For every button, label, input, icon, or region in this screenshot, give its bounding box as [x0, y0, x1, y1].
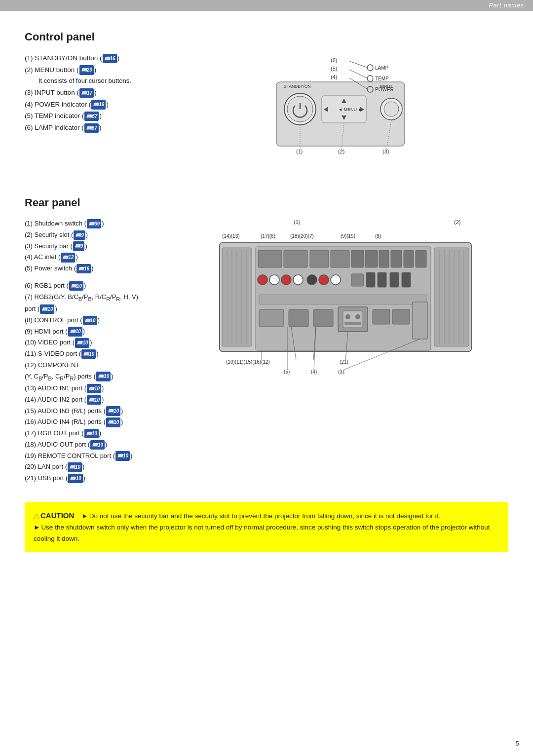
svg-rect-76: [259, 309, 284, 327]
list-item-indent: port (📖10): [25, 303, 212, 315]
ref-icon: 📖10: [90, 440, 105, 450]
ref-icon: 📖10: [87, 384, 101, 394]
svg-rect-57: [351, 250, 364, 267]
svg-rect-74: [402, 272, 411, 287]
svg-point-64: [269, 275, 279, 285]
svg-point-82: [355, 314, 360, 319]
svg-text:INPUT: INPUT: [380, 84, 393, 89]
list-item: (21) USB port (📖10): [25, 473, 212, 484]
svg-rect-75: [259, 295, 427, 304]
ref-icon: 📖16: [91, 100, 106, 110]
list-item: (5) TEMP indicator (📖67): [25, 110, 207, 122]
ref-icon: 📖10: [83, 316, 97, 326]
svg-line-8: [349, 70, 368, 78]
list-item: (9) HDMI port (📖10): [25, 326, 212, 338]
ref-icon: 📖10: [68, 474, 82, 484]
svg-text:(21): (21): [340, 359, 348, 365]
svg-point-68: [319, 275, 329, 285]
control-panel-diagram: LAMP TEMP POWER (6): [212, 52, 508, 181]
list-item: (3) Security bar (📖9): [25, 241, 212, 252]
svg-text:(3): (3): [382, 149, 389, 154]
control-panel-list: (1) STANDBY/ON button (📖16) (2) MENU but…: [25, 52, 207, 181]
svg-rect-73: [390, 272, 399, 287]
svg-point-2: [367, 65, 373, 71]
svg-text:(17)(6): (17)(6): [261, 233, 275, 239]
rear-panel-svg: (1) (2) (14)(13) (17)(6) (18)(20)(7) (9)…: [217, 218, 479, 386]
svg-rect-85: [392, 309, 410, 324]
svg-rect-83: [344, 322, 361, 325]
svg-rect-58: [365, 250, 378, 267]
page-header: Part names: [0, 0, 533, 11]
ref-icon: 📖10: [75, 338, 89, 348]
svg-point-65: [281, 275, 291, 285]
svg-rect-70: [351, 274, 364, 286]
list-item: (15) AUDIO IN3 (R/L) ports (📖10): [25, 406, 212, 417]
ref-icon: 📖67: [84, 123, 99, 133]
svg-line-7: [349, 61, 368, 68]
rear-panel-title: Rear panel: [25, 196, 508, 209]
rear-panel-diagram: (1) (2) (14)(13) (17)(6) (18)(20)(7) (9)…: [217, 218, 508, 484]
svg-rect-84: [373, 309, 390, 324]
ref-icon: 📖10: [68, 462, 82, 472]
list-item: (4) AC inlet (📖12): [25, 252, 212, 263]
svg-rect-45: [434, 248, 469, 346]
list-item: (17) RGB OUT port (📖10): [25, 428, 212, 439]
bullet-arrow-2: ►: [34, 524, 40, 531]
svg-rect-72: [378, 272, 386, 287]
svg-rect-78: [313, 309, 333, 327]
control-panel-svg: LAMP TEMP POWER (6): [212, 52, 419, 166]
caution-line2: Use the shutdown switch only when the pr…: [34, 524, 490, 542]
warning-icon: △: [34, 511, 39, 520]
svg-text:(1): (1): [296, 149, 303, 154]
list-item: (3) INPUT button (📖17): [25, 87, 207, 99]
svg-text:(5): (5): [331, 66, 337, 72]
svg-point-69: [331, 275, 341, 285]
ref-icon: 📖17: [79, 88, 94, 98]
ref-icon: 📖9: [73, 241, 85, 251]
list-item: (7) RGB2(G/Y, B/CB/PB, R/CR/PR, H, V): [25, 292, 212, 304]
ref-icon: 📖10: [106, 406, 120, 416]
svg-rect-61: [404, 250, 414, 267]
svg-text:(9)(19): (9)(19): [341, 233, 355, 239]
svg-rect-77: [289, 309, 308, 327]
svg-text:(10)(11)(15)(16)(12): (10)(11)(15)(16)(12): [226, 359, 270, 365]
svg-text:STANDBY/ON: STANDBY/ON: [284, 84, 311, 89]
list-item: (14) AUDIO IN2 port (📖10): [25, 394, 212, 406]
svg-rect-71: [366, 272, 375, 287]
ref-icon: 📖67: [84, 112, 99, 121]
bullet-arrow-1: ►: [81, 512, 88, 520]
ref-icon: 📖10: [69, 281, 83, 291]
ref-icon: 📖23: [79, 65, 94, 75]
ref-icon: 📖10: [96, 372, 111, 381]
ref-icon: 📖12: [61, 253, 75, 263]
list-item: (1) Shutdown switch (📖69): [25, 218, 212, 229]
ref-icon: 📖16: [76, 264, 91, 274]
list-item: (8) CONTROL port (📖10): [25, 315, 212, 326]
rear-panel-list: (1) Shutdown switch (📖69) (2) Security s…: [25, 218, 212, 484]
list-item: (1) STANDBY/ON button (📖16): [25, 52, 207, 64]
list-item-indent: It consists of four cursor buttons.: [25, 76, 207, 87]
ref-icon: 📖16: [103, 54, 117, 64]
rear-panel-section: Rear panel (1) Shutdown switch (📖69) (2)…: [25, 196, 508, 484]
list-item: (11) S-VIDEO port (📖10): [25, 348, 212, 360]
list-item: (20) LAN port (📖10): [25, 461, 212, 473]
ref-icon: 📖10: [68, 327, 82, 337]
list-item: (13) AUDIO IN1 port (📖10): [25, 383, 212, 394]
svg-text:(4): (4): [331, 74, 337, 80]
list-item: (4) POWER indicator (📖16): [25, 99, 207, 111]
list-item: (2) Security slot (📖9): [25, 229, 212, 241]
ref-icon: 📖10: [84, 429, 99, 439]
svg-text:(18)(20)(7): (18)(20)(7): [290, 233, 314, 239]
svg-rect-62: [416, 250, 426, 267]
ref-icon: 📖10: [81, 349, 96, 359]
page-number: 5: [516, 740, 519, 747]
list-item: (16) AUDIO IN4 (R/L) ports (📖10): [25, 416, 212, 428]
svg-text:(5): (5): [284, 369, 290, 375]
svg-rect-54: [284, 250, 307, 267]
list-item: (5) Power switch (📖16): [25, 263, 212, 274]
list-item: (2) MENU button (📖23): [25, 64, 207, 76]
ref-icon: 📖9: [74, 230, 85, 240]
svg-text:TEMP: TEMP: [375, 76, 389, 81]
svg-text:(1): (1): [294, 219, 300, 225]
svg-rect-60: [391, 250, 402, 267]
